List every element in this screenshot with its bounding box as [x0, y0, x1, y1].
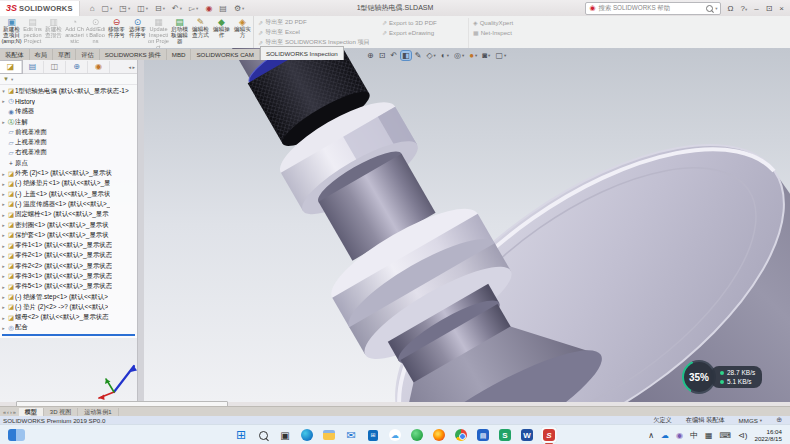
command-tab[interactable]: SOLIDWORKS CAM [191, 49, 259, 60]
quick-access-button[interactable]: ◉ ▾ [205, 4, 212, 13]
ribbon-button[interactable]: ▦ Update Inspection Project [148, 16, 169, 49]
taskbar-app-button[interactable] [431, 427, 447, 443]
ribbon-button[interactable]: ⊖ 移除零件序号 [106, 16, 127, 49]
quick-access-button[interactable]: ◫ ▾ [137, 4, 148, 13]
feature-tree-item[interactable]: ▸ ◪ 密封圈<1> (默认<<默认>_显示状 [0, 220, 137, 230]
ribbon-button[interactable]: ⊙ Add/Edit Balloons [85, 16, 106, 49]
taskbar-app-button[interactable] [321, 427, 337, 443]
feature-tree-item[interactable]: + 原点 [0, 158, 137, 168]
quick-access-button[interactable]: ⚙ ▾ [234, 4, 244, 13]
view-tool-button[interactable]: ⊡ ▾ [378, 51, 387, 60]
tray-icon[interactable]: 中 [690, 430, 698, 441]
feature-tree-item[interactable]: ▾ ◪ 1型铠轴热电偶 (默认<默认_显示状态-1> [0, 86, 137, 96]
quick-access-button[interactable]: ⌂ ▾ [90, 4, 95, 13]
chevron-down-icon[interactable]: ▾ [715, 6, 717, 11]
command-tab[interactable]: 布局 [30, 49, 53, 60]
taskbar-app-button[interactable] [409, 427, 425, 443]
export-option[interactable]: ◈ QualityXpert [473, 18, 537, 27]
help-button[interactable]: ?▾ [740, 4, 747, 13]
expander-icon[interactable]: ▸ [0, 273, 7, 279]
panel-tab[interactable]: ▤ [22, 61, 44, 73]
tray-icon[interactable]: ◉ [676, 431, 683, 440]
taskbar-clock[interactable]: 16:04 2022/8/15 [754, 428, 782, 442]
expander-icon[interactable]: ▸ [0, 294, 7, 300]
feature-tree-item[interactable]: ▱ 前视基准面 [0, 127, 137, 137]
expander-icon[interactable]: ▸ [0, 191, 7, 197]
rollback-bar[interactable] [2, 334, 135, 336]
ribbon-button[interactable]: ▤ 启动模板编辑器 [169, 16, 190, 49]
tab-nav-arrow[interactable]: › [10, 409, 12, 415]
view-tool-button[interactable]: ◧ ▾ [401, 51, 411, 60]
expander-icon[interactable]: ▸ [0, 284, 7, 290]
panel-tab[interactable]: ◪ [0, 61, 22, 73]
feature-tree-item[interactable]: ▸ ◪ 外壳 (2)<1> (默认<<默认>_显示状 [0, 168, 137, 178]
tab-nav-arrow[interactable]: ‹ [7, 409, 9, 415]
tree-filter-row[interactable]: ▼ ▾ [0, 74, 137, 85]
panel-tab[interactable]: ◉ [88, 61, 110, 73]
export-option[interactable]: ⇗ 导出至 Excel [258, 28, 378, 37]
expander-icon[interactable]: ▸ [0, 315, 7, 321]
export-option[interactable]: ▦ Net-Inspect [473, 28, 537, 37]
performance-monitor-overlay[interactable]: 35% 28.7 KB/s 5.1 KB/s [682, 360, 762, 394]
quick-access-button[interactable]: ▻ ▾ [189, 4, 198, 13]
panel-tab[interactable]: ⊕ [66, 61, 88, 73]
feature-tree-item[interactable]: ▸ ◪ 固定螺栓<1> (默认<<默认>_显示 [0, 210, 137, 220]
ribbon-button[interactable]: ✎ 编辑检查方式 [190, 16, 211, 49]
command-tab[interactable]: 草图 [53, 49, 76, 60]
quick-access-button[interactable]: ↶ ▾ [172, 4, 182, 13]
view-tool-button[interactable]: ↶ ▾ [389, 51, 398, 60]
feature-tree-item[interactable]: ▸ ◪ (-) 上盖<1> (默认<<默认>_显示状 [0, 189, 137, 199]
feature-tree-item[interactable]: ▸ ◪ 零件2<1> (默认<<默认>_显示状态 [0, 251, 137, 261]
search-icon[interactable] [706, 5, 713, 12]
globe-icon[interactable]: ⊕ [776, 416, 782, 424]
taskbar-app-button[interactable]: ▣ [277, 427, 293, 443]
tray-icon[interactable]: ⌨ [720, 431, 732, 440]
taskbar-app-button[interactable]: ⊞ [365, 427, 381, 443]
quick-access-button[interactable]: ⊟ ▾ [155, 4, 165, 13]
expander-icon[interactable]: ▸ [0, 98, 7, 104]
taskbar-app-button[interactable]: S [541, 427, 557, 443]
taskbar-app-button[interactable] [255, 427, 271, 443]
expander-icon[interactable]: ▸ [0, 119, 7, 125]
expander-icon[interactable]: ▸ [0, 212, 7, 218]
expander-icon[interactable]: ▾ [0, 88, 7, 94]
feature-tree-item[interactable]: ▸ ◪ 螺母<2> (默认<<默认>_显示状态 [0, 313, 137, 323]
export-option[interactable]: ⇗ Export eDrawing [382, 28, 464, 37]
restore-button[interactable]: ⊡ [766, 4, 773, 13]
feature-tree-item[interactable]: ◉ 传感器 [0, 107, 137, 117]
tray-icon[interactable]: ☁ [661, 431, 669, 440]
taskbar-app-button[interactable]: W [519, 427, 535, 443]
expander-icon[interactable]: ▸ [0, 171, 7, 177]
solidworks-logo[interactable]: 3S SOLIDWORKS [0, 1, 80, 16]
expander-icon[interactable]: ▸ [0, 325, 7, 331]
feature-tree-item[interactable]: ▸ ◪ (-) 温度传感器<1> (默认<<默认>_ [0, 199, 137, 209]
expander-icon[interactable]: ▸ [0, 304, 7, 310]
view-tool-button[interactable]: ◙ ▾ [481, 51, 491, 60]
help-search-input[interactable]: ◉ 搜索 SOLIDWORKS 帮助 ▾ [585, 2, 721, 15]
expander-icon[interactable]: ▸ [0, 253, 7, 259]
expander-icon[interactable]: ▸ [0, 232, 7, 238]
tray-icon[interactable]: ⊲) [738, 431, 747, 440]
quick-access-button[interactable]: ▢ ▾ [102, 4, 113, 13]
view-tool-button[interactable]: ▢ ▾ [494, 51, 507, 60]
feature-tree-item[interactable]: ▸ ◪ (-) 垫片 (2)<2> ->? (默认<<默认> [0, 302, 137, 312]
panel-splitter[interactable] [137, 60, 144, 402]
expander-icon[interactable]: ▸ [0, 201, 7, 207]
expander-icon[interactable]: ▸ [0, 243, 7, 249]
taskbar-app-button[interactable]: ▤ [475, 427, 491, 443]
view-tool-button[interactable]: ● ▾ [468, 51, 478, 60]
login-icon[interactable]: Ω [727, 4, 733, 13]
export-option[interactable]: ⇗ Export to 3D PDF [382, 18, 464, 27]
export-option[interactable]: ⇗ 导出至 2D PDF [258, 18, 378, 27]
ribbon-button[interactable]: ◈ 编辑实方 [232, 16, 253, 49]
feature-tree-item[interactable]: ▸ ◪ 零件5<1> (默认<<默认>_显示状态 [0, 282, 137, 292]
ribbon-button[interactable]: ▥ 新建检查报告 [43, 16, 64, 49]
command-tab[interactable]: SOLIDWORKS Inspection [260, 46, 344, 60]
tab-nav-arrow[interactable]: « [3, 409, 6, 415]
expander-icon[interactable]: ▸ [0, 222, 7, 228]
view-tool-button[interactable]: ◇ ▾ [425, 51, 436, 60]
taskbar-app-button[interactable]: ✉ [343, 427, 359, 443]
tray-icon[interactable]: ∧ [648, 431, 654, 440]
view-tool-button[interactable]: ⊕ ▾ [366, 51, 375, 60]
feature-tree-item[interactable]: ▸ ◷ History [0, 96, 137, 106]
